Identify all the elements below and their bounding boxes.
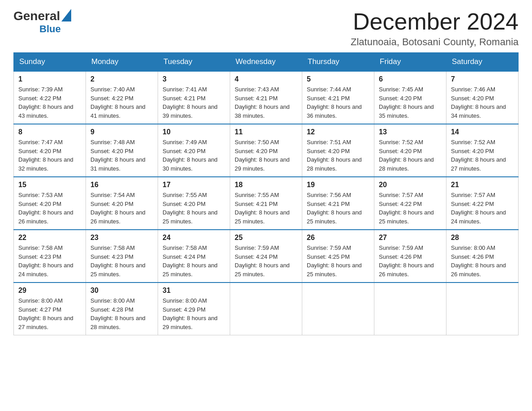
table-row: 26Sunrise: 7:59 AMSunset: 4:25 PMDayligh… — [302, 230, 374, 283]
table-row: 21Sunrise: 7:57 AMSunset: 4:22 PMDayligh… — [446, 177, 519, 230]
day-number: 11 — [235, 128, 297, 136]
day-number: 9 — [90, 128, 153, 136]
day-number: 17 — [163, 181, 225, 189]
day-number: 26 — [307, 234, 369, 242]
table-row: 4Sunrise: 7:43 AMSunset: 4:21 PMDaylight… — [230, 71, 302, 124]
day-info: Sunrise: 7:44 AMSunset: 4:21 PMDaylight:… — [307, 85, 369, 120]
day-number: 1 — [18, 75, 81, 83]
day-number: 6 — [379, 75, 442, 83]
table-row — [374, 283, 446, 335]
day-number: 2 — [90, 75, 153, 83]
day-number: 18 — [235, 181, 297, 189]
day-info: Sunrise: 8:00 AMSunset: 4:28 PMDaylight:… — [90, 296, 153, 331]
table-row: 25Sunrise: 7:59 AMSunset: 4:24 PMDayligh… — [230, 230, 302, 283]
col-tuesday: Tuesday — [158, 53, 230, 72]
table-row: 13Sunrise: 7:52 AMSunset: 4:20 PMDayligh… — [374, 124, 446, 177]
table-row: 2Sunrise: 7:40 AMSunset: 4:22 PMDaylight… — [86, 71, 158, 124]
logo: General Blue — [13, 9, 73, 35]
table-row: 5Sunrise: 7:44 AMSunset: 4:21 PMDaylight… — [302, 71, 374, 124]
day-number: 30 — [90, 287, 153, 295]
day-number: 7 — [451, 75, 514, 83]
day-info: Sunrise: 8:00 AMSunset: 4:27 PMDaylight:… — [18, 296, 81, 331]
day-info: Sunrise: 7:43 AMSunset: 4:21 PMDaylight:… — [235, 85, 297, 120]
day-info: Sunrise: 7:41 AMSunset: 4:21 PMDaylight:… — [163, 85, 225, 120]
day-info: Sunrise: 7:55 AMSunset: 4:20 PMDaylight:… — [163, 191, 225, 226]
calendar-week-row: 22Sunrise: 7:58 AMSunset: 4:23 PMDayligh… — [14, 230, 519, 283]
table-row — [302, 283, 374, 335]
table-row: 18Sunrise: 7:55 AMSunset: 4:21 PMDayligh… — [230, 177, 302, 230]
day-info: Sunrise: 7:53 AMSunset: 4:20 PMDaylight:… — [18, 191, 81, 226]
col-monday: Monday — [86, 53, 158, 72]
day-number: 16 — [90, 181, 153, 189]
table-row: 7Sunrise: 7:46 AMSunset: 4:20 PMDaylight… — [446, 71, 519, 124]
day-info: Sunrise: 7:58 AMSunset: 4:23 PMDaylight:… — [90, 244, 153, 278]
day-number: 29 — [18, 287, 81, 295]
col-sunday: Sunday — [14, 53, 86, 72]
calendar-week-row: 1Sunrise: 7:39 AMSunset: 4:22 PMDaylight… — [14, 71, 519, 124]
col-friday: Friday — [374, 53, 446, 72]
day-info: Sunrise: 7:45 AMSunset: 4:20 PMDaylight:… — [379, 85, 442, 120]
col-saturday: Saturday — [446, 53, 519, 72]
table-row: 3Sunrise: 7:41 AMSunset: 4:21 PMDaylight… — [158, 71, 230, 124]
day-number: 28 — [451, 234, 514, 242]
day-info: Sunrise: 7:54 AMSunset: 4:20 PMDaylight:… — [90, 191, 153, 226]
day-info: Sunrise: 7:59 AMSunset: 4:26 PMDaylight:… — [379, 244, 442, 278]
table-row: 29Sunrise: 8:00 AMSunset: 4:27 PMDayligh… — [14, 283, 86, 335]
day-info: Sunrise: 8:00 AMSunset: 4:29 PMDaylight:… — [163, 296, 225, 331]
day-number: 27 — [379, 234, 442, 242]
table-row: 1Sunrise: 7:39 AMSunset: 4:22 PMDaylight… — [14, 71, 86, 124]
day-number: 3 — [163, 75, 225, 83]
day-info: Sunrise: 7:39 AMSunset: 4:22 PMDaylight:… — [18, 85, 81, 120]
day-number: 25 — [235, 234, 297, 242]
day-number: 8 — [18, 128, 81, 136]
location-text: Zlatunoaia, Botosani County, Romania — [351, 36, 519, 48]
day-info: Sunrise: 7:59 AMSunset: 4:24 PMDaylight:… — [235, 244, 297, 278]
table-row — [230, 283, 302, 335]
day-info: Sunrise: 7:50 AMSunset: 4:20 PMDaylight:… — [235, 138, 297, 173]
day-info: Sunrise: 7:48 AMSunset: 4:20 PMDaylight:… — [90, 138, 153, 173]
day-number: 5 — [307, 75, 369, 83]
table-row: 16Sunrise: 7:54 AMSunset: 4:20 PMDayligh… — [86, 177, 158, 230]
day-info: Sunrise: 7:55 AMSunset: 4:21 PMDaylight:… — [235, 191, 297, 226]
calendar-header-row: Sunday Monday Tuesday Wednesday Thursday… — [14, 53, 519, 72]
calendar-week-row: 8Sunrise: 7:47 AMSunset: 4:20 PMDaylight… — [14, 124, 519, 177]
table-row: 23Sunrise: 7:58 AMSunset: 4:23 PMDayligh… — [86, 230, 158, 283]
title-section: December 2024 Zlatunoaia, Botosani Count… — [351, 9, 519, 48]
table-row: 14Sunrise: 7:52 AMSunset: 4:20 PMDayligh… — [446, 124, 519, 177]
month-title: December 2024 — [351, 9, 519, 34]
table-row: 22Sunrise: 7:58 AMSunset: 4:23 PMDayligh… — [14, 230, 86, 283]
table-row: 28Sunrise: 8:00 AMSunset: 4:26 PMDayligh… — [446, 230, 519, 283]
day-info: Sunrise: 7:58 AMSunset: 4:23 PMDaylight:… — [18, 244, 81, 278]
day-info: Sunrise: 8:00 AMSunset: 4:26 PMDaylight:… — [451, 244, 514, 278]
day-info: Sunrise: 7:46 AMSunset: 4:20 PMDaylight:… — [451, 85, 514, 120]
table-row: 20Sunrise: 7:57 AMSunset: 4:22 PMDayligh… — [374, 177, 446, 230]
table-row: 15Sunrise: 7:53 AMSunset: 4:20 PMDayligh… — [14, 177, 86, 230]
day-number: 21 — [451, 181, 514, 189]
table-row: 19Sunrise: 7:56 AMSunset: 4:21 PMDayligh… — [302, 177, 374, 230]
table-row: 17Sunrise: 7:55 AMSunset: 4:20 PMDayligh… — [158, 177, 230, 230]
table-row: 12Sunrise: 7:51 AMSunset: 4:20 PMDayligh… — [302, 124, 374, 177]
day-info: Sunrise: 7:49 AMSunset: 4:20 PMDaylight:… — [163, 138, 225, 173]
logo-blue-text: Blue — [39, 23, 73, 35]
table-row: 27Sunrise: 7:59 AMSunset: 4:26 PMDayligh… — [374, 230, 446, 283]
table-row: 6Sunrise: 7:45 AMSunset: 4:20 PMDaylight… — [374, 71, 446, 124]
calendar-week-row: 29Sunrise: 8:00 AMSunset: 4:27 PMDayligh… — [14, 283, 519, 335]
day-info: Sunrise: 7:47 AMSunset: 4:20 PMDaylight:… — [18, 138, 81, 173]
table-row — [446, 283, 519, 335]
day-info: Sunrise: 7:40 AMSunset: 4:22 PMDaylight:… — [90, 85, 153, 120]
table-row: 24Sunrise: 7:58 AMSunset: 4:24 PMDayligh… — [158, 230, 230, 283]
day-info: Sunrise: 7:51 AMSunset: 4:20 PMDaylight:… — [307, 138, 369, 173]
col-thursday: Thursday — [302, 53, 374, 72]
day-number: 23 — [90, 234, 153, 242]
day-number: 15 — [18, 181, 81, 189]
day-number: 31 — [163, 287, 225, 295]
calendar-table: Sunday Monday Tuesday Wednesday Thursday… — [13, 52, 519, 335]
day-info: Sunrise: 7:58 AMSunset: 4:24 PMDaylight:… — [163, 244, 225, 278]
logo-triangle-icon — [61, 9, 71, 23]
day-number: 22 — [18, 234, 81, 242]
day-info: Sunrise: 7:59 AMSunset: 4:25 PMDaylight:… — [307, 244, 369, 278]
day-info: Sunrise: 7:52 AMSunset: 4:20 PMDaylight:… — [379, 138, 442, 173]
table-row: 10Sunrise: 7:49 AMSunset: 4:20 PMDayligh… — [158, 124, 230, 177]
day-info: Sunrise: 7:57 AMSunset: 4:22 PMDaylight:… — [379, 191, 442, 226]
col-wednesday: Wednesday — [230, 53, 302, 72]
